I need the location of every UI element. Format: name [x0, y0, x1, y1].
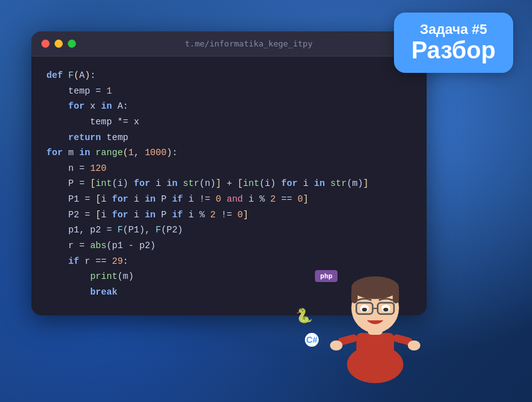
window-title: t.me/informatika_kege_itpy: [81, 39, 417, 48]
close-dot: [41, 40, 50, 48]
review-label: Разбор: [412, 38, 496, 64]
svg-rect-1: [356, 333, 394, 371]
task-number: Задача #5: [412, 21, 496, 38]
character-illustration: [319, 245, 432, 383]
svg-point-13: [383, 308, 388, 312]
minimize-dot: [55, 40, 63, 48]
python-icon: 🐍: [295, 308, 312, 324]
svg-rect-6: [393, 288, 399, 303]
window-titlebar: t.me/informatika_kege_itpy: [31, 31, 427, 57]
svg-point-16: [330, 340, 343, 350]
svg-point-17: [408, 340, 420, 350]
svg-point-12: [362, 308, 367, 312]
svg-rect-5: [351, 288, 358, 303]
task-badge: Задача #5 Разбор: [394, 13, 513, 73]
csharp-icon: C#: [305, 333, 319, 347]
maximize-dot: [68, 40, 76, 48]
svg-point-4: [351, 276, 399, 299]
